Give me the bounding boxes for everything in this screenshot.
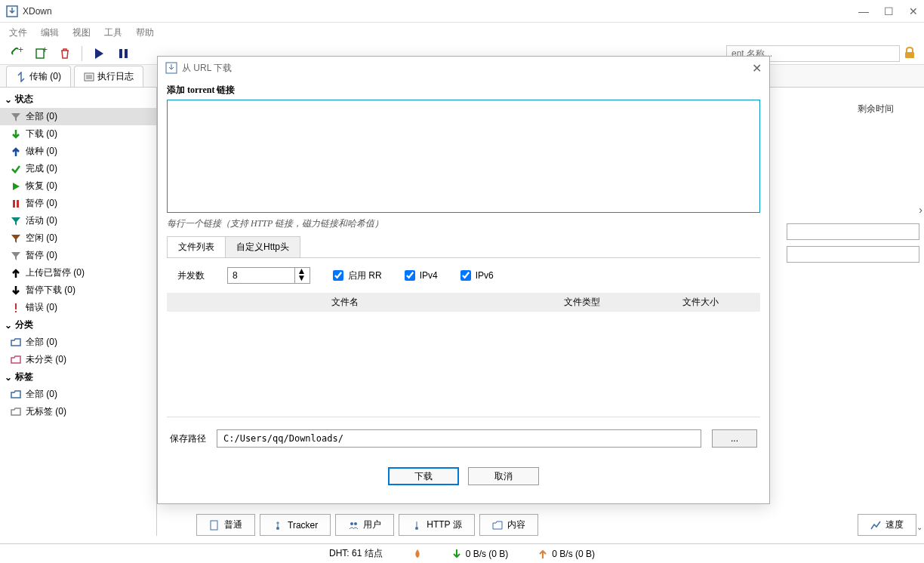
add-torrent-button[interactable]: + [30,45,51,63]
folder-icon [492,520,503,531]
scroll-right-icon[interactable]: › [919,204,922,216]
sidebar-item[interactable]: 上传已暂停 (0) [0,264,156,282]
close-button[interactable]: ✕ [909,5,918,17]
speed-button[interactable]: 速度 [858,514,916,536]
sidebar-item-label: 暂停下载 (0) [26,284,75,297]
app-icon [6,5,18,17]
concurrency-stepper[interactable]: ▲▼ [227,267,310,284]
scroll-down-icon[interactable]: ⌄ [916,523,922,531]
dialog-close-button[interactable]: ✕ [752,61,762,75]
col-filesize[interactable]: 文件大小 [642,296,760,309]
maximize-button[interactable]: ☐ [884,5,894,17]
dialog-icon [165,62,177,74]
arrow-down-icon [452,549,461,559]
col-filename[interactable]: 文件名 [167,296,523,309]
col-filetype[interactable]: 文件类型 [523,296,642,309]
folder-blue-icon [11,337,21,348]
sidebar-item[interactable]: 全部 (0) [0,108,156,125]
svg-rect-5 [125,49,128,58]
folder-gray-icon [11,407,21,417]
log-icon [84,72,94,82]
sidebar-item[interactable]: 全部 (0) [0,334,156,351]
add-link-button[interactable]: + [6,45,27,63]
svg-rect-15 [211,521,217,530]
sidebar-item-label: 活动 (0) [26,214,57,227]
cancel-button[interactable]: 取消 [468,467,539,485]
sidebar-item[interactable]: 下载 (0) [0,125,156,143]
ipv4-checkbox[interactable]: IPv4 [405,270,438,281]
arrow-down-black-icon [11,285,21,296]
arrow-up-icon [538,549,547,559]
sidebar-item-label: 全部 (0) [26,110,57,123]
ipv6-checkbox[interactable]: IPv6 [460,270,494,281]
svg-rect-13 [15,303,17,309]
menu-edit[interactable]: 编辑 [41,26,59,39]
play-button[interactable] [88,45,109,63]
sidebar-group-header[interactable]: ⌄状态 [0,91,156,108]
download-button[interactable]: 下载 [388,467,459,485]
sidebar-item[interactable]: 暂停 (0) [0,195,156,212]
pause-button[interactable] [112,45,134,63]
url-textarea[interactable] [167,100,760,213]
dlg-tab-http-headers[interactable]: 自定义Http头 [225,236,300,257]
sidebar-group-header[interactable]: ⌄标签 [0,368,156,386]
chevron-down-icon: ⌄ [5,94,12,105]
statusbar: DHT: 61 结点 0 B/s (0 B) 0 B/s (0 B) [0,543,924,563]
svg-rect-12 [17,200,19,208]
arrow-up-black-icon [11,268,21,278]
sidebar-item[interactable]: 恢复 (0) [0,177,156,195]
pause-red-icon [11,198,21,209]
menu-tools[interactable]: 工具 [104,26,122,39]
minimize-button[interactable]: — [858,5,869,17]
sidebar-item[interactable]: 未分类 (0) [0,351,156,368]
right-input-2[interactable] [787,246,919,263]
url-download-dialog: 从 URL 下载 ✕ 添加 torrent 链接 每行一个链接（支持 HTTP … [157,56,770,504]
sidebar-item[interactable]: 做种 (0) [0,143,156,160]
tab-transfers[interactable]: 传输 (0) [6,66,71,87]
svg-point-19 [415,527,418,530]
right-input-1[interactable] [787,223,919,240]
svg-rect-6 [905,52,914,58]
filter-gray-icon [11,251,21,261]
menu-view[interactable]: 视图 [72,26,91,39]
svg-text:+: + [18,47,23,55]
save-path-input[interactable] [217,429,701,448]
tab-log[interactable]: 执行日志 [74,66,143,87]
btab-general[interactable]: 普通 [196,514,255,536]
btab-http[interactable]: HTTP 源 [399,514,474,536]
url-hint: 每行一个链接（支持 HTTP 链接，磁力链接和哈希值） [167,217,760,230]
sidebar-item[interactable]: 无标签 (0) [0,403,156,420]
concurrency-input[interactable] [228,270,294,281]
add-torrent-label: 添加 torrent 链接 [167,84,760,97]
browse-button[interactable]: ... [712,429,757,448]
btab-content[interactable]: 内容 [479,514,538,536]
sidebar-item[interactable]: 完成 (0) [0,160,156,177]
chevron-down-icon: ⌄ [5,372,12,383]
folder-blue-icon [11,389,21,400]
sidebar-item-label: 做种 (0) [26,145,57,158]
sidebar-item[interactable]: 暂停下载 (0) [0,282,156,299]
btab-users[interactable]: 用户 [335,514,394,536]
menu-file[interactable]: 文件 [9,26,27,39]
sidebar-item[interactable]: 空闲 (0) [0,229,156,247]
sidebar: ⌄状态全部 (0)下载 (0)做种 (0)完成 (0)恢复 (0)暂停 (0)活… [0,88,157,536]
svg-point-18 [354,522,357,525]
enable-rr-checkbox[interactable]: 启用 RR [333,269,382,282]
delete-button[interactable] [54,45,75,63]
file-list [167,312,760,417]
exclaim-red-icon [11,303,21,313]
sidebar-item[interactable]: 错误 (0) [0,299,156,316]
dlg-tab-filelist[interactable]: 文件列表 [167,236,226,257]
toolbar-separator [82,46,82,61]
column-remaining-time[interactable]: 剩余时间 [827,88,924,131]
arrow-up-blue-icon [11,146,21,157]
dialog-title: 从 URL 下载 [182,62,752,75]
sidebar-item[interactable]: 暂停 (0) [0,247,156,264]
sidebar-group-header[interactable]: ⌄分类 [0,316,156,334]
sidebar-item[interactable]: 活动 (0) [0,212,156,229]
spin-down[interactable]: ▼ [295,275,308,282]
sidebar-item[interactable]: 全部 (0) [0,386,156,403]
lock-icon[interactable] [903,46,918,61]
menu-help[interactable]: 帮助 [136,26,154,39]
btab-tracker[interactable]: Tracker [260,514,331,536]
